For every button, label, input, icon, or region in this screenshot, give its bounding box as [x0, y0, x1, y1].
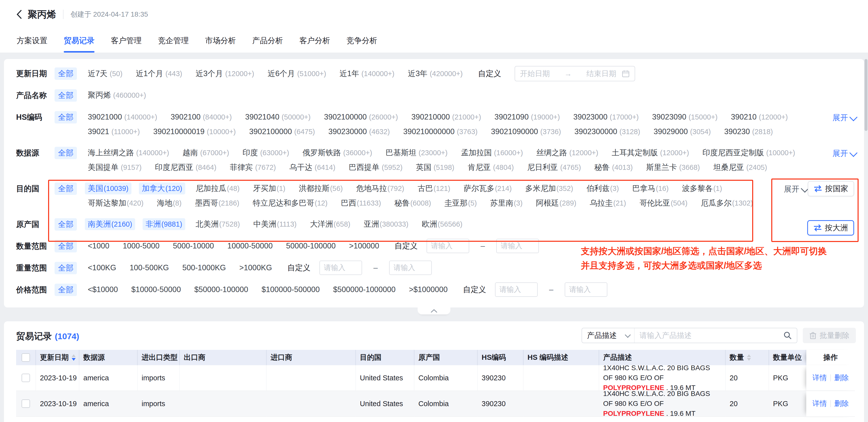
filter-option[interactable]: 巴西提单 (5952) — [346, 161, 405, 173]
geo-expand-link[interactable]: 展开 — [784, 184, 807, 194]
back-button[interactable] — [16, 9, 22, 20]
filter-option[interactable]: 墨西哥 (2186) — [192, 197, 242, 209]
filter-option[interactable]: 欧洲 (56566) — [419, 218, 465, 230]
filter-all-chip[interactable]: 全部 — [55, 111, 77, 124]
filter-option[interactable]: 3902100000 (26000+) — [321, 111, 401, 123]
filter-option[interactable]: 印度尼西亚 (8464) — [152, 161, 219, 173]
filter-all-chip[interactable]: 全部 — [55, 240, 77, 252]
filter-option[interactable]: 俄罗斯铁路 (36000+) — [300, 147, 375, 159]
custom-label[interactable]: 自定义 — [395, 241, 417, 251]
filter-option[interactable]: 近1个月 (443) — [133, 68, 185, 79]
detail-link[interactable]: 详情 — [812, 373, 827, 383]
filter-option[interactable]: <100KG — [85, 262, 119, 274]
filter-option[interactable]: 哥斯达黎加 (420) — [85, 197, 147, 209]
sort-control[interactable] — [747, 354, 751, 361]
collapse-filters-button[interactable] — [417, 307, 451, 314]
tab[interactable]: 客户分析 — [299, 29, 330, 53]
filter-option[interactable]: 萨尔瓦多 (214) — [461, 183, 515, 194]
filter-all-chip[interactable]: 全部 — [55, 147, 77, 159]
filter-option[interactable]: 390210000019 (10000+) — [150, 126, 239, 138]
filter-option[interactable]: 5000-10000 — [170, 240, 217, 252]
col-header-quantity[interactable]: 数量 — [726, 350, 769, 365]
filter-option[interactable]: 巴基斯坦 (23000+) — [383, 147, 451, 159]
filter-option[interactable]: >100000 — [346, 240, 382, 252]
filter-option[interactable]: 39021000 (140000+) — [85, 111, 160, 123]
filter-option[interactable]: 39023000 (17000+) — [570, 111, 642, 123]
filter-option[interactable]: <$10000 — [85, 284, 121, 296]
delete-link[interactable]: 删除 — [834, 373, 849, 383]
filter-option[interactable]: 牙买加 (1) — [250, 183, 288, 194]
range-min-input[interactable] — [319, 261, 362, 275]
filter-all-chip[interactable]: 全部 — [55, 218, 77, 231]
filter-option[interactable]: 海上丝绸之路 (140000+) — [85, 147, 172, 159]
filter-option[interactable]: 厄瓜多尔 (1302) — [698, 197, 756, 209]
filter-option[interactable]: 伯利兹 (3) — [584, 183, 622, 194]
tab[interactable]: 竞争分析 — [346, 29, 377, 53]
custom-label[interactable]: 自定义 — [478, 68, 501, 79]
filter-option[interactable]: 100-500KG — [127, 262, 172, 274]
filter-option[interactable]: 巴西 (11633) — [338, 197, 384, 209]
filter-option[interactable]: 越南 (67000+) — [180, 147, 232, 159]
range-max-input[interactable] — [565, 283, 607, 297]
filter-option[interactable]: 英国 (5198) — [413, 161, 457, 173]
filter-option[interactable]: 斯里兰卡 (3668) — [643, 161, 703, 173]
filter-option[interactable]: 亚洲 (380033) — [361, 218, 411, 230]
filter-option[interactable]: 尼加拉瓜 (48) — [193, 183, 243, 194]
filter-option[interactable]: 近1年 (140000+) — [337, 68, 397, 79]
filter-option[interactable]: 孟加拉国 (16000+) — [458, 147, 526, 159]
filter-option[interactable]: 坦桑尼亚 (2405) — [710, 161, 770, 173]
range-min-input[interactable] — [495, 283, 538, 297]
filter-option[interactable]: <1000 — [85, 240, 112, 252]
tab[interactable]: 产品分析 — [252, 29, 283, 53]
filter-all-chip[interactable]: 全部 — [55, 183, 77, 195]
col-header-update-date[interactable]: 更新日期 — [36, 350, 80, 365]
filter-option[interactable]: 乌拉圭 (21) — [587, 197, 629, 209]
filter-option[interactable]: 肯尼亚 (4804) — [465, 161, 517, 173]
search-icon[interactable] — [783, 331, 792, 340]
filter-option[interactable]: 多米尼加 (352) — [522, 183, 576, 194]
filter-option[interactable]: 阿根廷 (289) — [533, 197, 579, 209]
filter-option[interactable]: 丝绸之路 (12000+) — [533, 147, 601, 159]
filter-option[interactable]: 10000-50000 — [224, 240, 276, 252]
range-max-input[interactable] — [496, 239, 539, 253]
filter-option[interactable]: 尼日利亚 (4765) — [524, 161, 584, 173]
filter-option[interactable]: 39029000 (3054) — [651, 126, 714, 138]
custom-label[interactable]: 自定义 — [287, 263, 310, 273]
filter-option[interactable]: 近3年 (420000+) — [405, 68, 465, 79]
filter-option[interactable]: 乌干达 (6414) — [286, 161, 338, 173]
filter-option[interactable]: 洪都拉斯 (56) — [296, 183, 346, 194]
date-range-picker[interactable]: 开始日期 → 结束日期 — [515, 66, 635, 81]
filter-option[interactable]: 秘鲁 (4013) — [591, 161, 636, 173]
by-continent-button[interactable]: 按大洲 — [807, 220, 854, 235]
filter-all-chip[interactable]: 全部 — [55, 67, 77, 80]
filter-option[interactable]: 390210 (12000+) — [728, 111, 790, 123]
search-input[interactable] — [634, 331, 783, 340]
select-all-checkbox[interactable] — [22, 353, 30, 362]
filter-option[interactable]: 波多黎各 (1) — [679, 183, 725, 194]
filter-option[interactable]: 50000-100000 — [283, 240, 339, 252]
filter-option[interactable]: 圭亚那 (5) — [441, 197, 479, 209]
filter-option[interactable]: 菲律宾 (7672) — [227, 161, 279, 173]
custom-label[interactable]: 自定义 — [463, 284, 486, 295]
page-scrollbar-thumb[interactable] — [865, 59, 868, 131]
by-country-button[interactable]: 按国家 — [808, 181, 854, 196]
filter-all-chip[interactable]: 全部 — [55, 89, 77, 102]
range-min-input[interactable] — [427, 239, 469, 253]
filter-option[interactable]: 390210000000 (3763) — [400, 126, 480, 138]
filter-option[interactable]: 3902100000 (6475) — [246, 126, 318, 138]
tab[interactable]: 贸易记录 — [64, 29, 94, 53]
filter-option[interactable]: >1000KG — [236, 262, 275, 274]
detail-link[interactable]: 详情 — [812, 399, 827, 409]
filter-option[interactable]: 苏里南 (3) — [487, 197, 526, 209]
batch-delete-button[interactable]: 批量删除 — [803, 328, 856, 343]
filter-option[interactable]: 海地 (8) — [154, 197, 185, 209]
tab[interactable]: 方案设置 — [17, 29, 48, 53]
filter-option[interactable]: 古巴 (121) — [415, 183, 453, 194]
expand-link[interactable]: 展开 — [833, 112, 856, 123]
filter-option[interactable]: 39021090000 (3736) — [488, 126, 564, 138]
filter-option[interactable]: 非洲 (9881) — [143, 218, 185, 230]
filter-option[interactable]: 秘鲁 (6008) — [391, 197, 434, 209]
filter-all-chip[interactable]: 全部 — [55, 262, 77, 274]
tab[interactable]: 竞企管理 — [158, 29, 189, 53]
filter-option[interactable]: 印度尼西亚定制版 (10000+) — [700, 147, 798, 159]
